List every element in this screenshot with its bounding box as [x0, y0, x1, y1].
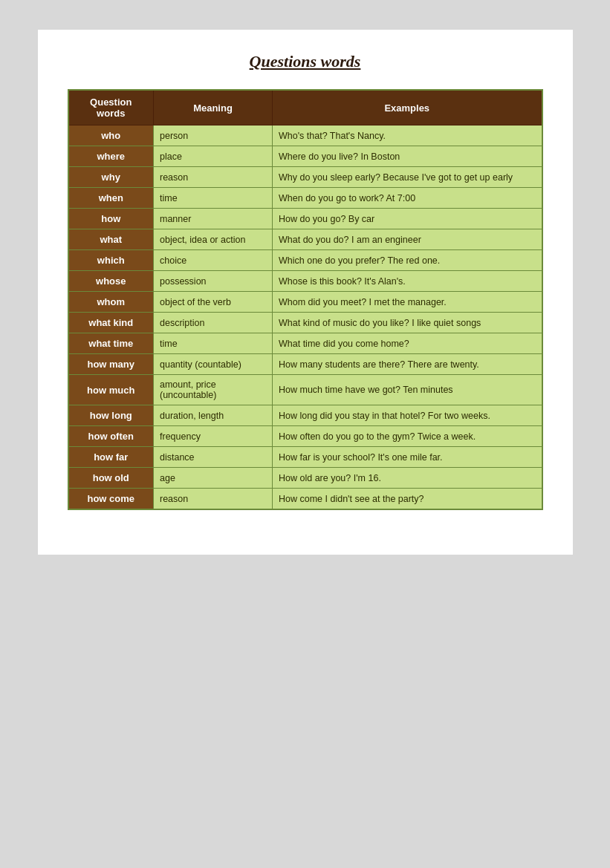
- table-row: howmannerHow do you go? By car: [68, 209, 542, 229]
- example-cell: How far is your school? It's one mile fa…: [273, 447, 542, 468]
- meaning-cell: possession: [154, 271, 273, 292]
- example-cell: When do you go to work? At 7:00: [273, 188, 542, 209]
- question-word-cell: what kind: [68, 313, 154, 333]
- example-cell: How old are you? I'm 16.: [273, 468, 542, 489]
- example-cell: How often do you go to the gym? Twice a …: [273, 426, 542, 447]
- question-word-cell: how old: [68, 468, 154, 489]
- question-word-cell: what: [68, 229, 154, 250]
- table-row: what timetimeWhat time did you come home…: [68, 333, 542, 354]
- meaning-cell: object, idea or action: [154, 229, 273, 250]
- meaning-cell: place: [154, 146, 273, 167]
- page-title: Questions words: [68, 52, 543, 71]
- table-row: whatobject, idea or actionWhat do you do…: [68, 229, 542, 250]
- question-word-cell: how come: [68, 489, 154, 510]
- example-cell: How many students are there? There are t…: [273, 354, 542, 375]
- meaning-cell: reason: [154, 489, 273, 510]
- example-cell: How do you go? By car: [273, 209, 542, 229]
- table-row: how manyquantity (countable)How many stu…: [68, 354, 542, 375]
- example-cell: Why do you sleep early? Because I've got…: [273, 167, 542, 188]
- question-word-cell: what time: [68, 333, 154, 354]
- table-row: whyreasonWhy do you sleep early? Because…: [68, 167, 542, 188]
- meaning-cell: person: [154, 125, 273, 146]
- question-word-cell: how far: [68, 447, 154, 468]
- col-header-examples: Examples: [273, 90, 542, 125]
- table-row: how comereasonHow come I didn't see at t…: [68, 489, 542, 510]
- example-cell: Where do you live? In Boston: [273, 146, 542, 167]
- col-header-question: Question words: [68, 90, 154, 125]
- questions-table: Question words Meaning Examples whoperso…: [68, 89, 543, 510]
- table-row: whichchoiceWhich one do you prefer? The …: [68, 250, 542, 271]
- question-word-cell: whom: [68, 292, 154, 313]
- question-word-cell: how long: [68, 405, 154, 426]
- example-cell: How come I didn't see at the party?: [273, 489, 542, 510]
- question-word-cell: who: [68, 125, 154, 146]
- meaning-cell: frequency: [154, 426, 273, 447]
- question-word-cell: which: [68, 250, 154, 271]
- meaning-cell: time: [154, 188, 273, 209]
- meaning-cell: distance: [154, 447, 273, 468]
- table-row: how oftenfrequencyHow often do you go to…: [68, 426, 542, 447]
- example-cell: What kind of music do you like? I like q…: [273, 313, 542, 333]
- question-word-cell: how many: [68, 354, 154, 375]
- meaning-cell: description: [154, 313, 273, 333]
- table-row: whosepossessionWhose is this book? It's …: [68, 271, 542, 292]
- meaning-cell: amount, price (uncountable): [154, 375, 273, 405]
- page-container: Questions words Question words Meaning E…: [38, 30, 573, 555]
- table-row: how oldageHow old are you? I'm 16.: [68, 468, 542, 489]
- example-cell: Whose is this book? It's Alan's.: [273, 271, 542, 292]
- example-cell: How much time have we got? Ten minutes: [273, 375, 542, 405]
- example-cell: Who's that? That's Nancy.: [273, 125, 542, 146]
- example-cell: What do you do? I am an engineer: [273, 229, 542, 250]
- meaning-cell: time: [154, 333, 273, 354]
- table-row: whereplaceWhere do you live? In Boston: [68, 146, 542, 167]
- example-cell: Whom did you meet? I met the manager.: [273, 292, 542, 313]
- table-row: how longduration, lengthHow long did you…: [68, 405, 542, 426]
- question-word-cell: how: [68, 209, 154, 229]
- question-word-cell: whose: [68, 271, 154, 292]
- meaning-cell: manner: [154, 209, 273, 229]
- meaning-cell: duration, length: [154, 405, 273, 426]
- table-row: whopersonWho's that? That's Nancy.: [68, 125, 542, 146]
- col-header-meaning: Meaning: [154, 90, 273, 125]
- meaning-cell: quantity (countable): [154, 354, 273, 375]
- meaning-cell: age: [154, 468, 273, 489]
- meaning-cell: choice: [154, 250, 273, 271]
- table-row: how fardistanceHow far is your school? I…: [68, 447, 542, 468]
- table-row: what kinddescriptionWhat kind of music d…: [68, 313, 542, 333]
- table-row: whentimeWhen do you go to work? At 7:00: [68, 188, 542, 209]
- example-cell: What time did you come home?: [273, 333, 542, 354]
- meaning-cell: object of the verb: [154, 292, 273, 313]
- meaning-cell: reason: [154, 167, 273, 188]
- question-word-cell: how often: [68, 426, 154, 447]
- question-word-cell: how much: [68, 375, 154, 405]
- example-cell: Which one do you prefer? The red one.: [273, 250, 542, 271]
- table-row: how muchamount, price (uncountable)How m…: [68, 375, 542, 405]
- example-cell: How long did you stay in that hotel? For…: [273, 405, 542, 426]
- question-word-cell: when: [68, 188, 154, 209]
- question-word-cell: why: [68, 167, 154, 188]
- question-word-cell: where: [68, 146, 154, 167]
- table-row: whomobject of the verbWhom did you meet?…: [68, 292, 542, 313]
